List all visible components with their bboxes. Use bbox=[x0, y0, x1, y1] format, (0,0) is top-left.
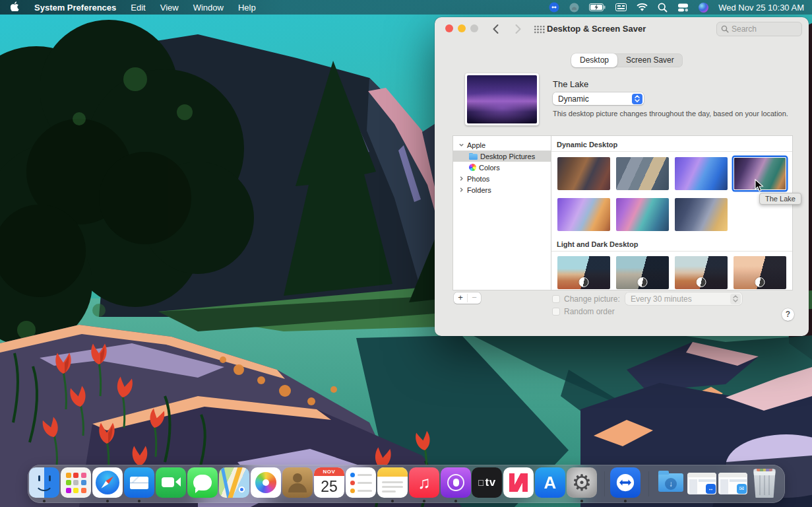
teamviewer-arrows-icon bbox=[615, 473, 635, 492]
light-dark-thumb-2[interactable] bbox=[616, 256, 669, 289]
finder-face-icon bbox=[38, 475, 40, 481]
dock-safari[interactable] bbox=[92, 467, 123, 498]
dynamic-thumb-5[interactable] bbox=[557, 198, 610, 231]
faded-app-menubar-icon[interactable] bbox=[569, 3, 579, 13]
menu-window[interactable]: Window bbox=[186, 3, 231, 13]
sidebar-group-photos-label: Photos bbox=[467, 175, 489, 183]
wallpaper-name: The Lake bbox=[553, 79, 588, 89]
wifi-icon[interactable] bbox=[637, 3, 648, 12]
folder-icon bbox=[469, 153, 478, 160]
siri-icon[interactable] bbox=[699, 3, 708, 13]
minimize-button[interactable] bbox=[458, 24, 466, 32]
dock-contacts[interactable] bbox=[282, 467, 313, 498]
mail-badge-icon: ✉ bbox=[737, 484, 747, 494]
random-order-label: Random order bbox=[564, 307, 615, 316]
change-interval-popup[interactable]: Every 30 minutes bbox=[625, 292, 742, 305]
music-note-icon: ♫ bbox=[418, 473, 431, 493]
sidebar-item-desktop-pictures[interactable]: Desktop Pictures bbox=[453, 151, 551, 162]
dock-news[interactable] bbox=[503, 467, 534, 498]
sidebar-group-apple[interactable]: Apple bbox=[453, 139, 551, 151]
light-dark-thumb-1[interactable] bbox=[557, 256, 610, 289]
gear-icon: ⚙ bbox=[572, 469, 592, 496]
show-all-preferences-icon[interactable] bbox=[534, 25, 545, 34]
dock-messages[interactable] bbox=[187, 467, 218, 498]
sidebar-group-apple-label: Apple bbox=[467, 141, 485, 149]
dock-app-store[interactable]: A bbox=[535, 467, 565, 498]
popup-stepper-icon bbox=[730, 294, 741, 304]
dynamic-thumb-3[interactable] bbox=[675, 157, 728, 190]
wallpaper-mode-popup[interactable]: Dynamic bbox=[553, 92, 644, 105]
light-dark-badge-icon bbox=[755, 277, 765, 287]
dock-minimized-window-teamviewer[interactable]: ↔ bbox=[687, 473, 716, 494]
running-indicator bbox=[423, 500, 425, 502]
sidebar-group-photos[interactable]: Photos bbox=[453, 173, 551, 184]
search-field[interactable] bbox=[716, 22, 802, 36]
dock-launchpad[interactable] bbox=[61, 467, 91, 498]
input-source-icon[interactable] bbox=[615, 3, 627, 11]
wallpaper-description: This desktop picture changes throughout … bbox=[553, 110, 788, 118]
dock-minimized-window-mail[interactable]: ✉ bbox=[718, 473, 747, 494]
chevron-right-icon bbox=[458, 176, 464, 182]
close-button[interactable] bbox=[445, 24, 453, 32]
dock-podcasts[interactable] bbox=[441, 467, 471, 498]
dock-reminders[interactable] bbox=[346, 467, 376, 498]
add-remove-folder-control: + − bbox=[454, 292, 481, 304]
search-input[interactable] bbox=[732, 24, 792, 34]
chevron-down-icon bbox=[458, 142, 464, 148]
running-indicator bbox=[391, 500, 394, 502]
window-titlebar[interactable]: Desktop & Screen Saver bbox=[435, 17, 809, 41]
dock-finder[interactable] bbox=[29, 467, 59, 498]
dynamic-thumb-7[interactable] bbox=[675, 198, 728, 231]
dock-photos[interactable] bbox=[251, 467, 281, 498]
dock-mail[interactable] bbox=[124, 467, 154, 498]
dock-apple-tv[interactable]:  tv bbox=[472, 467, 502, 498]
wallpaper-list: Dynamic Desktop Light and Dark Desktop bbox=[551, 135, 793, 290]
popup-stepper-icon bbox=[632, 94, 642, 104]
dock-downloads-folder[interactable]: ↓ bbox=[656, 467, 686, 498]
dynamic-thumb-1[interactable] bbox=[557, 157, 610, 190]
teamviewer-menubar-icon[interactable] bbox=[549, 2, 559, 13]
menu-view[interactable]: View bbox=[153, 3, 186, 13]
tv-label: tv bbox=[485, 476, 496, 489]
dynamic-thumb-2[interactable] bbox=[616, 157, 669, 190]
tab-bar: Desktop Screen Saver bbox=[571, 53, 683, 67]
window-title: Desktop & Screen Saver bbox=[547, 24, 646, 34]
battery-charging-icon[interactable] bbox=[589, 3, 606, 11]
calendar-month: NOV bbox=[314, 467, 344, 476]
current-wallpaper-image bbox=[467, 75, 537, 123]
teamviewer-badge-icon: ↔ bbox=[706, 484, 716, 494]
add-folder-button[interactable]: + bbox=[454, 292, 467, 304]
dock-system-preferences[interactable]: ⚙ bbox=[567, 467, 597, 498]
chevron-right-icon bbox=[458, 187, 464, 193]
dock-trash[interactable] bbox=[751, 469, 778, 498]
dock-facetime[interactable] bbox=[156, 467, 186, 498]
zoom-button[interactable] bbox=[470, 24, 478, 32]
dock-music[interactable]: ♫ bbox=[409, 467, 439, 498]
help-button[interactable]: ? bbox=[782, 308, 794, 321]
menu-help[interactable]: Help bbox=[231, 3, 263, 13]
displays-stack-icon[interactable] bbox=[677, 3, 689, 12]
back-button[interactable] bbox=[489, 22, 503, 36]
change-picture-checkbox[interactable] bbox=[552, 295, 560, 303]
sidebar-group-folders[interactable]: Folders bbox=[453, 184, 551, 195]
dock-teamviewer[interactable] bbox=[610, 467, 640, 498]
menu-edit[interactable]: Edit bbox=[123, 3, 152, 13]
light-dark-thumb-4[interactable] bbox=[734, 256, 786, 289]
remove-folder-button[interactable]: − bbox=[468, 292, 481, 304]
dynamic-thumb-6[interactable] bbox=[616, 198, 669, 231]
light-dark-badge-icon bbox=[638, 277, 648, 287]
menu-bar: System Preferences Edit View Window Help bbox=[0, 0, 812, 15]
random-order-checkbox[interactable] bbox=[552, 308, 560, 316]
tab-screen-saver[interactable]: Screen Saver bbox=[617, 53, 683, 67]
dock-notes[interactable] bbox=[377, 467, 408, 498]
tab-desktop[interactable]: Desktop bbox=[571, 53, 617, 67]
forward-button[interactable] bbox=[511, 22, 524, 36]
dock-calendar[interactable]: NOV 25 bbox=[314, 467, 344, 498]
spotlight-search-icon[interactable] bbox=[658, 3, 668, 13]
menubar-clock[interactable]: Wed Nov 25 10:30 AM bbox=[718, 3, 804, 13]
dock-maps[interactable] bbox=[219, 467, 249, 498]
light-dark-thumb-3[interactable] bbox=[675, 256, 728, 289]
menu-app-name[interactable]: System Preferences bbox=[27, 3, 123, 13]
sidebar-item-colors[interactable]: Colors bbox=[453, 162, 551, 173]
apple-menu[interactable] bbox=[0, 1, 27, 13]
